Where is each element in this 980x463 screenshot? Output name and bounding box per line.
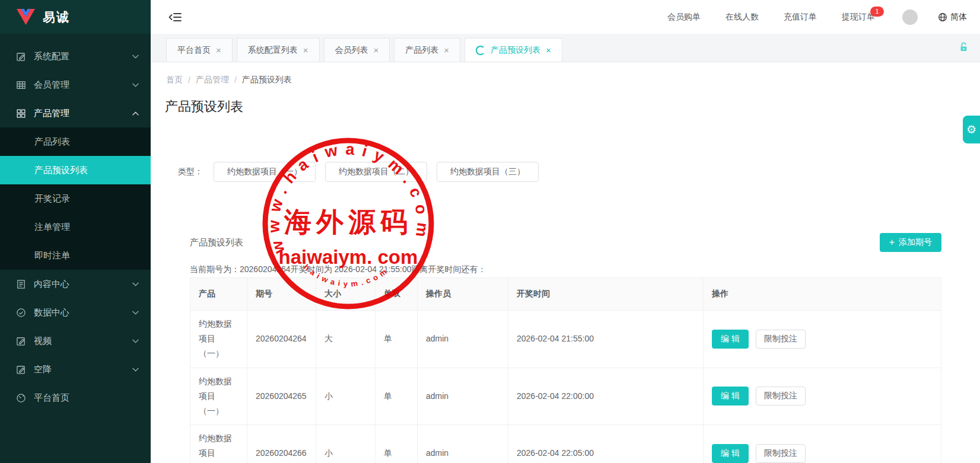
tab-label: 产品列表 — [405, 45, 438, 56]
sidebar-item-label: 平台首页 — [34, 392, 69, 404]
avatar[interactable] — [902, 9, 918, 25]
plus-icon: + — [889, 238, 895, 247]
topbar-link-提现订单[interactable]: 提现订单1 — [842, 12, 875, 23]
sidebar-item-系统配置[interactable]: 系统配置 — [0, 42, 151, 71]
breadcrumb-item-首页[interactable]: 首页 — [166, 75, 183, 85]
edit-button[interactable]: 编 辑 — [712, 387, 749, 405]
type-option-button[interactable]: 约炮数据项目（二） — [325, 162, 427, 182]
main-area: 会员购单在线人数充值订单提现订单1 简体 平台首页×系统配置列表×会员列表×产品… — [151, 0, 980, 463]
limit-bet-button[interactable]: 限制投注 — [756, 387, 806, 405]
time-cell: 2026-02-04 22:05:00 — [508, 425, 704, 463]
sidebar-subitem-产品列表[interactable]: 产品列表 — [0, 127, 151, 156]
tab-label: 平台首页 — [177, 45, 211, 56]
chevron-down-icon — [132, 368, 139, 372]
refresh-icon[interactable] — [476, 46, 485, 55]
close-icon[interactable]: × — [546, 46, 551, 55]
lock-open-icon[interactable] — [958, 41, 969, 53]
sidebar-item-空降[interactable]: 空降 — [0, 355, 151, 384]
edit-button[interactable]: 编 辑 — [712, 444, 749, 463]
document-icon — [15, 279, 26, 289]
breadcrumb-item-产品管理[interactable]: 产品管理 — [196, 75, 229, 85]
column-header-开奖时间: 开奖时间 — [508, 278, 704, 311]
breadcrumb: 首页/产品管理/产品预设列表 — [166, 75, 292, 85]
column-header-操作员: 操作员 — [418, 278, 508, 311]
tabbar: 平台首页×系统配置列表×会员列表×产品列表×产品预设列表× — [151, 34, 980, 62]
sidebar-subitem-label: 产品列表 — [34, 136, 70, 148]
sidebar-collapse-icon[interactable] — [168, 11, 182, 23]
grid-icon — [15, 108, 26, 119]
sidebar-item-label: 会员管理 — [34, 79, 69, 91]
gear-icon: ⚙ — [966, 123, 976, 136]
tab-产品列表[interactable]: 产品列表× — [394, 38, 460, 62]
issue-cell: 20260204265 — [247, 368, 316, 425]
product-cell: 约炮数据项目（一） — [190, 425, 247, 463]
sidebar-item-label: 视频 — [34, 336, 52, 347]
column-header-期号: 期号 — [247, 278, 316, 311]
chevron-down-icon — [132, 55, 139, 59]
tab-产品预设列表[interactable]: 产品预设列表× — [464, 38, 562, 62]
tab-label: 产品预设列表 — [491, 45, 540, 56]
edit-button[interactable]: 编 辑 — [712, 330, 749, 349]
topbar-link-在线人数[interactable]: 在线人数 — [726, 12, 759, 23]
settings-fab[interactable]: ⚙ — [963, 116, 980, 143]
type-option-button[interactable]: 约炮数据项目（一） — [214, 162, 316, 182]
sidebar-item-视频[interactable]: 视频 — [0, 327, 151, 355]
table-row: 约炮数据项目（一）20260204266小单admin2026-02-04 22… — [190, 425, 941, 463]
actions-cell: 编 辑限制投注 — [704, 368, 941, 425]
dashboard-icon — [15, 393, 26, 403]
sidebar: 易诚 系统配置会员管理产品管理产品列表产品预设列表开奖记录注单管理即时注单内容中… — [0, 0, 151, 463]
close-icon[interactable]: × — [374, 46, 379, 55]
sidebar-menu: 系统配置会员管理产品管理产品列表产品预设列表开奖记录注单管理即时注单内容中心数据… — [0, 34, 151, 463]
parity-cell: 单 — [376, 425, 418, 463]
topbar-link-充值订单[interactable]: 充值订单 — [784, 12, 817, 23]
notification-badge: 1 — [870, 7, 884, 17]
circle-check-icon — [15, 308, 26, 318]
column-header-操作: 操作 — [704, 278, 941, 311]
chevron-down-icon — [132, 339, 139, 343]
type-filter-label: 类型： — [178, 167, 203, 177]
sidebar-item-平台首页[interactable]: 平台首页 — [0, 384, 151, 412]
close-icon[interactable]: × — [216, 46, 221, 55]
column-header-产品: 产品 — [190, 278, 247, 311]
limit-bet-button[interactable]: 限制投注 — [756, 330, 806, 349]
close-icon[interactable]: × — [303, 46, 308, 55]
preset-table-wrap: 产品期号大小单双操作员开奖时间操作 约炮数据项目（一）20260204264大单… — [190, 277, 941, 463]
operator-cell: admin — [418, 311, 508, 368]
parity-cell: 单 — [376, 368, 418, 425]
sidebar-subitem-label: 开奖记录 — [34, 193, 70, 205]
table-body: 约炮数据项目（一）20260204264大单admin2026-02-04 21… — [190, 311, 941, 463]
actions-cell: 编 辑限制投注 — [704, 425, 941, 463]
brand-logo: 易诚 — [0, 0, 151, 34]
breadcrumb-separator: / — [188, 75, 190, 85]
type-option-button[interactable]: 约炮数据项目（三） — [437, 162, 539, 182]
tab-会员列表[interactable]: 会员列表× — [324, 38, 390, 62]
sidebar-item-会员管理[interactable]: 会员管理 — [0, 71, 151, 99]
sidebar-item-产品管理[interactable]: 产品管理 — [0, 99, 151, 127]
chevron-down-icon — [132, 282, 139, 286]
operator-cell: admin — [418, 368, 508, 425]
tab-label: 系统配置列表 — [248, 45, 298, 56]
tab-系统配置列表[interactable]: 系统配置列表× — [237, 38, 320, 62]
page-content: 首页/产品管理/产品预设列表 产品预设列表 类型： 约炮数据项目（一）约炮数据项… — [151, 62, 980, 463]
breadcrumb-item-产品预设列表: 产品预设列表 — [242, 75, 292, 85]
sidebar-subitem-注单管理[interactable]: 注单管理 — [0, 213, 151, 241]
sidebar-subitem-即时注单[interactable]: 即时注单 — [0, 241, 151, 270]
table-icon — [15, 80, 26, 90]
tab-label: 会员列表 — [335, 45, 368, 56]
limit-bet-button[interactable]: 限制投注 — [756, 444, 806, 463]
table-row: 约炮数据项目（一）20260204265小单admin2026-02-04 22… — [190, 368, 941, 425]
topbar-link-会员购单[interactable]: 会员购单 — [667, 12, 701, 23]
globe-icon — [938, 12, 947, 22]
close-icon[interactable]: × — [444, 46, 449, 55]
sidebar-item-数据中心[interactable]: 数据中心 — [0, 298, 151, 327]
sidebar-subitem-label: 注单管理 — [34, 222, 70, 233]
tab-平台首页[interactable]: 平台首页× — [166, 38, 233, 62]
sidebar-item-内容中心[interactable]: 内容中心 — [0, 270, 151, 298]
add-issue-button[interactable]: + 添加期号 — [880, 233, 941, 252]
language-switch[interactable]: 简体 — [938, 12, 967, 23]
sidebar-subitem-开奖记录[interactable]: 开奖记录 — [0, 184, 151, 213]
edit-square-icon — [15, 365, 26, 375]
sidebar-subitem-产品预设列表[interactable]: 产品预设列表 — [0, 156, 151, 184]
topbar-links: 会员购单在线人数充值订单提现订单1 — [642, 12, 875, 23]
admin-app: 易诚 系统配置会员管理产品管理产品列表产品预设列表开奖记录注单管理即时注单内容中… — [0, 0, 980, 463]
